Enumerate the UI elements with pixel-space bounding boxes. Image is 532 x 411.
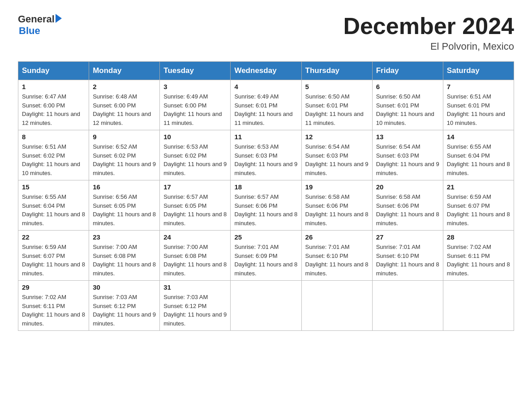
table-row: 17Sunrise: 6:57 AMSunset: 6:05 PMDayligh…: [160, 180, 231, 231]
col-sunday: Sunday: [18, 62, 89, 80]
day-info: Sunrise: 6:49 AMSunset: 6:01 PMDaylight:…: [234, 92, 297, 127]
day-info: Sunrise: 6:48 AMSunset: 6:00 PMDaylight:…: [93, 92, 156, 127]
day-info: Sunrise: 7:01 AMSunset: 6:10 PMDaylight:…: [376, 243, 439, 278]
day-number: 26: [305, 233, 369, 241]
calendar-week-4: 22Sunrise: 6:59 AMSunset: 6:07 PMDayligh…: [18, 231, 514, 281]
table-row: 1Sunrise: 6:47 AMSunset: 6:00 PMDaylight…: [18, 80, 89, 130]
table-row: 30Sunrise: 7:03 AMSunset: 6:12 PMDayligh…: [89, 281, 160, 331]
calendar-table: Sunday Monday Tuesday Wednesday Thursday…: [18, 61, 514, 331]
table-row: 27Sunrise: 7:01 AMSunset: 6:10 PMDayligh…: [372, 231, 443, 281]
col-tuesday: Tuesday: [160, 62, 231, 80]
table-row: 4Sunrise: 6:49 AMSunset: 6:01 PMDaylight…: [231, 80, 301, 130]
day-number: 24: [163, 233, 227, 241]
day-info: Sunrise: 7:01 AMSunset: 6:09 PMDaylight:…: [234, 243, 297, 278]
table-row: 26Sunrise: 7:01 AMSunset: 6:10 PMDayligh…: [301, 231, 372, 281]
day-info: Sunrise: 6:55 AMSunset: 6:04 PMDaylight:…: [22, 193, 85, 227]
day-info: Sunrise: 6:52 AMSunset: 6:02 PMDaylight:…: [93, 142, 156, 177]
col-monday: Monday: [89, 62, 160, 80]
table-row: 18Sunrise: 6:57 AMSunset: 6:06 PMDayligh…: [231, 180, 301, 231]
table-row: [301, 281, 372, 331]
table-row: 14Sunrise: 6:55 AMSunset: 6:04 PMDayligh…: [443, 130, 514, 180]
table-row: 7Sunrise: 6:51 AMSunset: 6:01 PMDaylight…: [443, 80, 514, 130]
day-info: Sunrise: 6:58 AMSunset: 6:06 PMDaylight:…: [305, 193, 369, 227]
table-row: 19Sunrise: 6:58 AMSunset: 6:06 PMDayligh…: [301, 180, 372, 231]
day-number: 22: [22, 233, 85, 241]
day-number: 23: [93, 233, 156, 241]
table-row: 21Sunrise: 6:59 AMSunset: 6:07 PMDayligh…: [443, 180, 514, 231]
day-number: 20: [376, 183, 439, 191]
table-row: 5Sunrise: 6:50 AMSunset: 6:01 PMDaylight…: [301, 80, 372, 130]
col-thursday: Thursday: [301, 62, 372, 80]
day-number: 5: [305, 83, 369, 90]
table-row: 12Sunrise: 6:54 AMSunset: 6:03 PMDayligh…: [301, 130, 372, 180]
calendar-week-2: 8Sunrise: 6:51 AMSunset: 6:02 PMDaylight…: [18, 130, 514, 180]
table-row: 29Sunrise: 7:02 AMSunset: 6:11 PMDayligh…: [18, 281, 89, 331]
calendar-week-3: 15Sunrise: 6:55 AMSunset: 6:04 PMDayligh…: [18, 180, 514, 231]
day-number: 28: [447, 233, 510, 241]
table-row: 20Sunrise: 6:58 AMSunset: 6:06 PMDayligh…: [372, 180, 443, 231]
day-info: Sunrise: 7:03 AMSunset: 6:12 PMDaylight:…: [93, 293, 156, 328]
day-info: Sunrise: 6:47 AMSunset: 6:00 PMDaylight:…: [22, 92, 85, 127]
day-number: 7: [447, 83, 510, 90]
day-number: 31: [163, 283, 227, 291]
day-number: 1: [22, 83, 85, 90]
day-number: 13: [376, 133, 439, 141]
day-info: Sunrise: 6:59 AMSunset: 6:07 PMDaylight:…: [447, 193, 510, 227]
day-info: Sunrise: 6:58 AMSunset: 6:06 PMDaylight:…: [376, 193, 439, 227]
day-info: Sunrise: 6:51 AMSunset: 6:01 PMDaylight:…: [447, 92, 510, 127]
day-info: Sunrise: 6:50 AMSunset: 6:01 PMDaylight:…: [305, 92, 369, 127]
logo-triangle-icon: [56, 14, 62, 23]
day-number: 18: [234, 183, 297, 191]
day-info: Sunrise: 6:49 AMSunset: 6:00 PMDaylight:…: [163, 92, 227, 127]
day-number: 14: [447, 133, 510, 141]
day-info: Sunrise: 7:00 AMSunset: 6:08 PMDaylight:…: [163, 243, 227, 278]
day-info: Sunrise: 7:02 AMSunset: 6:11 PMDaylight:…: [22, 293, 85, 328]
table-row: 23Sunrise: 7:00 AMSunset: 6:08 PMDayligh…: [89, 231, 160, 281]
table-row: 13Sunrise: 6:54 AMSunset: 6:03 PMDayligh…: [372, 130, 443, 180]
table-row: [443, 281, 514, 331]
table-row: 24Sunrise: 7:00 AMSunset: 6:08 PMDayligh…: [160, 231, 231, 281]
day-info: Sunrise: 6:57 AMSunset: 6:05 PMDaylight:…: [163, 193, 227, 227]
day-number: 29: [22, 283, 85, 291]
table-row: 6Sunrise: 6:50 AMSunset: 6:01 PMDaylight…: [372, 80, 443, 130]
table-row: 2Sunrise: 6:48 AMSunset: 6:00 PMDaylight…: [89, 80, 160, 130]
day-number: 16: [93, 183, 156, 191]
calendar-week-1: 1Sunrise: 6:47 AMSunset: 6:00 PMDaylight…: [18, 80, 514, 130]
day-info: Sunrise: 6:57 AMSunset: 6:06 PMDaylight:…: [234, 193, 297, 227]
day-number: 8: [22, 133, 85, 141]
calendar-week-5: 29Sunrise: 7:02 AMSunset: 6:11 PMDayligh…: [18, 281, 514, 331]
table-row: 3Sunrise: 6:49 AMSunset: 6:00 PMDaylight…: [160, 80, 231, 130]
table-row: 10Sunrise: 6:53 AMSunset: 6:02 PMDayligh…: [160, 130, 231, 180]
day-number: 25: [234, 233, 297, 241]
day-info: Sunrise: 7:01 AMSunset: 6:10 PMDaylight:…: [305, 243, 369, 278]
calendar-title: December 2024: [343, 13, 514, 39]
day-info: Sunrise: 6:59 AMSunset: 6:07 PMDaylight:…: [22, 243, 85, 278]
col-friday: Friday: [372, 62, 443, 80]
day-number: 9: [93, 133, 156, 141]
col-saturday: Saturday: [443, 62, 514, 80]
table-row: 9Sunrise: 6:52 AMSunset: 6:02 PMDaylight…: [89, 130, 160, 180]
day-number: 3: [163, 83, 227, 90]
day-number: 10: [163, 133, 227, 141]
day-number: 21: [447, 183, 510, 191]
table-row: 8Sunrise: 6:51 AMSunset: 6:02 PMDaylight…: [18, 130, 89, 180]
day-number: 17: [163, 183, 227, 191]
day-number: 15: [22, 183, 85, 191]
col-wednesday: Wednesday: [231, 62, 301, 80]
day-info: Sunrise: 6:50 AMSunset: 6:01 PMDaylight:…: [376, 92, 439, 127]
day-number: 30: [93, 283, 156, 291]
table-row: 31Sunrise: 7:03 AMSunset: 6:12 PMDayligh…: [160, 281, 231, 331]
day-number: 27: [376, 233, 439, 241]
logo-general-text: General: [18, 13, 55, 25]
day-info: Sunrise: 6:55 AMSunset: 6:04 PMDaylight:…: [447, 142, 510, 177]
title-block: December 2024 El Polvorin, Mexico: [343, 13, 514, 52]
table-row: 25Sunrise: 7:01 AMSunset: 6:09 PMDayligh…: [231, 231, 301, 281]
table-row: 28Sunrise: 7:02 AMSunset: 6:11 PMDayligh…: [443, 231, 514, 281]
page-header: General Blue December 2024 El Polvorin, …: [18, 13, 514, 52]
day-number: 12: [305, 133, 369, 141]
day-number: 2: [93, 83, 156, 90]
table-row: [231, 281, 301, 331]
day-info: Sunrise: 7:02 AMSunset: 6:11 PMDaylight:…: [447, 243, 510, 278]
day-number: 6: [376, 83, 439, 90]
day-info: Sunrise: 6:54 AMSunset: 6:03 PMDaylight:…: [376, 142, 439, 177]
